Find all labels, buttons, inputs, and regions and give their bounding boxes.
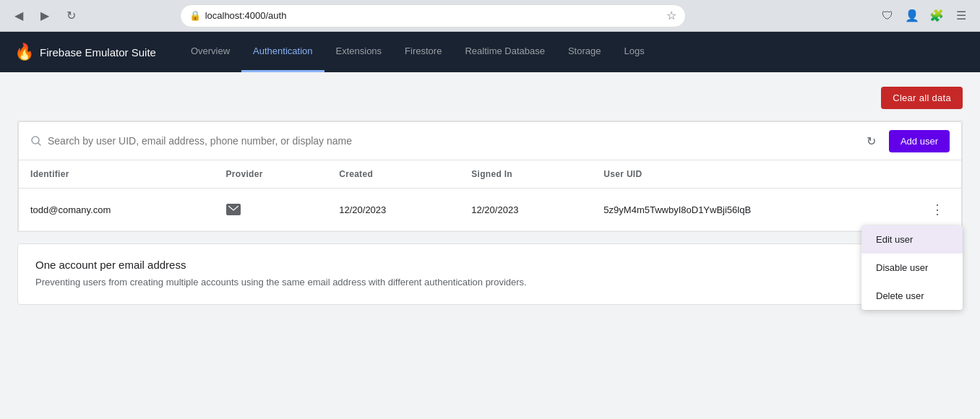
- cell-signed-in: 12/20/2023: [460, 189, 592, 231]
- nav-item-firestore[interactable]: Firestore: [393, 32, 453, 72]
- table-row: todd@comany.com 12/20/2023 12/20/2023: [19, 189, 962, 231]
- nav-item-storage[interactable]: Storage: [556, 32, 613, 72]
- email-provider-icon: [226, 204, 241, 215]
- search-input[interactable]: [48, 135, 854, 147]
- col-header-identifier: Identifier: [19, 160, 215, 189]
- col-header-created: Created: [327, 160, 460, 189]
- search-row: ↻ Add user: [18, 121, 962, 160]
- nav-item-realtime-database[interactable]: Realtime Database: [453, 32, 556, 72]
- back-button[interactable]: ◀: [9, 6, 29, 26]
- browser-chrome: ◀ ▶ ↻ 🔒 localhost:4000/auth ☆ 🛡 👤 🧩 ☰: [0, 0, 980, 32]
- context-menu-delete-user[interactable]: Delete user: [861, 282, 963, 310]
- firebase-logo-icon: 🔥: [14, 43, 34, 61]
- table-container: ↻ Add user Identifier Provider Created S…: [17, 121, 963, 232]
- clear-all-button[interactable]: Clear all data: [881, 87, 963, 109]
- table-wrapper: Identifier Provider Created Signed In Us…: [18, 160, 962, 231]
- nav-item-extensions[interactable]: Extensions: [324, 32, 394, 72]
- nav-item-logs[interactable]: Logs: [613, 32, 656, 72]
- reload-button[interactable]: ↻: [61, 6, 81, 26]
- row-actions-button[interactable]: ⋮: [925, 199, 950, 220]
- svg-line-1: [38, 143, 41, 146]
- info-card-description: Preventing users from creating multiple …: [35, 275, 945, 290]
- menu-icon-btn[interactable]: ☰: [951, 6, 971, 26]
- forward-button[interactable]: ▶: [35, 6, 55, 26]
- bookmark-icon: ☆: [666, 9, 676, 22]
- cell-provider: [215, 189, 328, 231]
- col-header-actions: [914, 160, 962, 189]
- app-nav: Overview Authentication Extensions Fires…: [179, 32, 656, 72]
- col-header-signed-in: Signed In: [460, 160, 592, 189]
- col-header-user-uid: User UID: [592, 160, 914, 189]
- app-logo: 🔥 Firebase Emulator Suite: [14, 43, 156, 61]
- extension-icon-btn[interactable]: 🧩: [927, 6, 947, 26]
- main-content: Clear all data ↻ Add user Identifier Pro: [0, 72, 980, 419]
- col-header-provider: Provider: [215, 160, 328, 189]
- search-icon: [30, 135, 42, 147]
- cell-created: 12/20/2023: [327, 189, 460, 231]
- info-card: One account per email address Preventing…: [17, 243, 963, 305]
- info-card-title: One account per email address: [35, 259, 945, 271]
- context-menu: Edit user Disable user Delete user: [861, 225, 963, 310]
- nav-item-authentication[interactable]: Authentication: [241, 32, 324, 72]
- table-header: Identifier Provider Created Signed In Us…: [19, 160, 962, 189]
- cell-user-uid: 5z9yM4m5TwwbyI8oD1YwBji56lqB: [592, 189, 914, 231]
- cell-identifier: todd@comany.com: [19, 189, 215, 231]
- security-icon: 🔒: [189, 10, 201, 21]
- url-text: localhost:4000/auth: [205, 10, 662, 21]
- refresh-button[interactable]: ↻: [860, 129, 883, 152]
- users-table: Identifier Provider Created Signed In Us…: [18, 160, 962, 231]
- nav-item-overview[interactable]: Overview: [179, 32, 241, 72]
- table-body: todd@comany.com 12/20/2023 12/20/2023: [19, 189, 962, 231]
- app-logo-text: Firebase Emulator Suite: [40, 46, 156, 59]
- shield-icon-btn[interactable]: 🛡: [877, 6, 898, 26]
- address-bar[interactable]: 🔒 localhost:4000/auth ☆: [180, 4, 686, 27]
- context-menu-edit-user[interactable]: Edit user: [861, 225, 963, 254]
- cell-actions: ⋮: [914, 189, 962, 231]
- browser-right-icons: 🛡 👤 🧩 ☰: [877, 6, 971, 26]
- account-icon-btn[interactable]: 👤: [902, 6, 922, 26]
- add-user-button[interactable]: Add user: [889, 130, 950, 152]
- context-menu-disable-user[interactable]: Disable user: [861, 254, 963, 282]
- top-bar: Clear all data: [17, 87, 963, 109]
- app-header: 🔥 Firebase Emulator Suite Overview Authe…: [0, 32, 980, 72]
